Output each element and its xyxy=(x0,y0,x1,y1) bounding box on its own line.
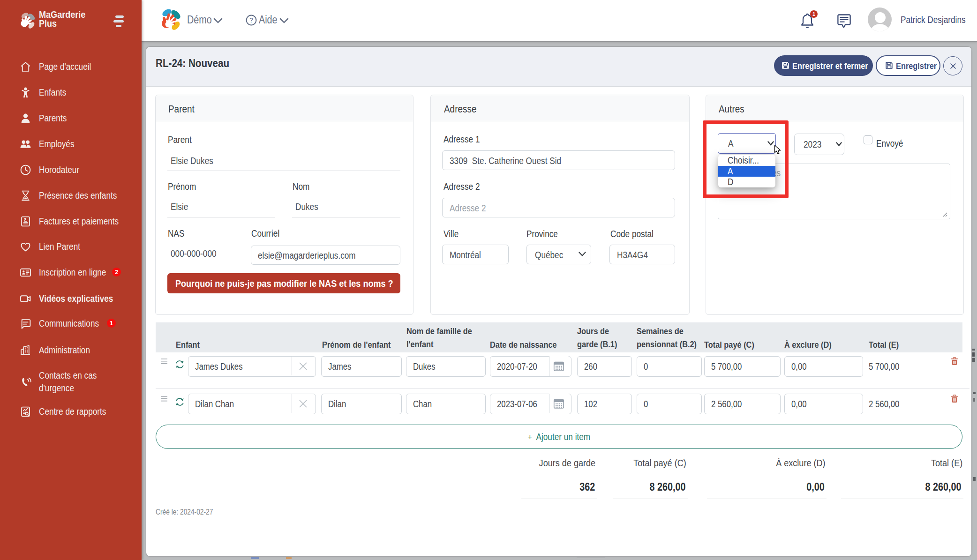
svg-text:?: ? xyxy=(249,16,253,24)
